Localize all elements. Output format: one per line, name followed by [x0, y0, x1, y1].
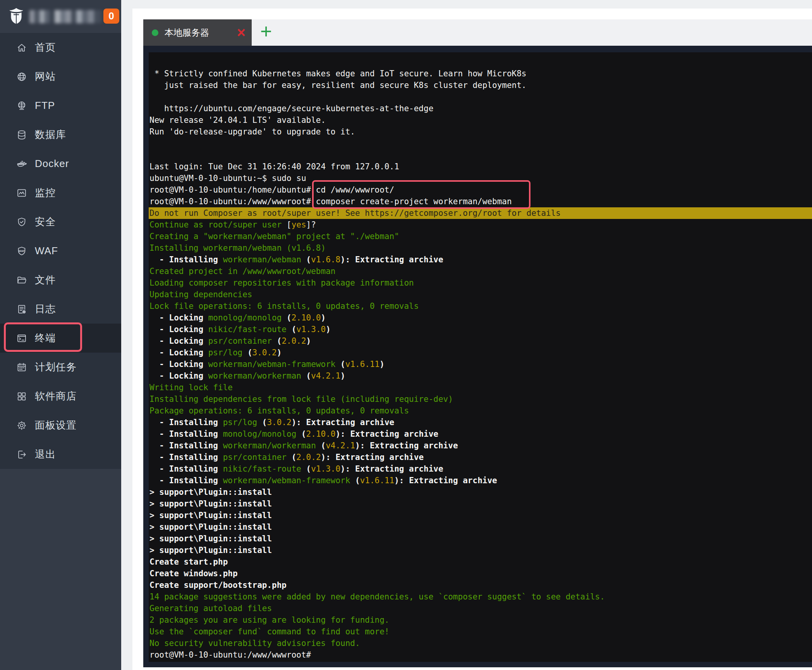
sidebar-item-label: 监控 — [35, 186, 56, 200]
close-tab-icon[interactable]: × — [237, 19, 245, 46]
sidebar-item-label: 文件 — [35, 273, 56, 287]
tab-label: 本地服务器 — [165, 27, 209, 39]
sidebar-item-label: Docker — [35, 158, 69, 170]
sidebar-item-database[interactable]: 数据库 — [0, 120, 121, 149]
sidebar-item-security[interactable]: 安全 — [0, 207, 121, 236]
terminal-line: - Locking nikic/fast-route (v1.3.0) — [149, 324, 812, 335]
terminal-output: * Strictly confined Kubernetes makes edg… — [149, 68, 812, 661]
sidebar-item-waf[interactable]: WAFWAF — [0, 236, 121, 265]
docker-whale-icon — [16, 158, 27, 169]
content-card: 本地服务器 × + * Strictly confined Kubernetes… — [132, 9, 812, 670]
terminal-line: just raised the bar for easy, resilient … — [149, 79, 812, 91]
terminal-line: > support\Plugin::install — [149, 498, 812, 510]
terminal-line: - Installing psr/log (3.0.2): Extracting… — [149, 417, 812, 428]
terminal-line: Installing dependencies from lock file (… — [149, 393, 812, 405]
terminal-line: * Strictly confined Kubernetes makes edg… — [149, 68, 812, 79]
sidebar-item-label: 面板设置 — [35, 419, 77, 432]
terminal-line: Installing workerman/webman (v1.6.8) — [149, 242, 812, 254]
terminal-line: Updating dependencies — [149, 289, 812, 300]
sidebar-item-cron[interactable]: 计划任务 — [0, 353, 121, 382]
terminal-line: Created project in /www/wwwroot/webman — [149, 265, 812, 277]
terminal-line: - Locking monolog/monolog (2.10.0) — [149, 312, 812, 324]
sidebar-item-logout[interactable]: 退出 — [0, 440, 121, 469]
terminal-line: - Installing workerman/webman-framework … — [149, 475, 812, 486]
terminal-line: > support\Plugin::install — [149, 544, 812, 556]
sidebar-item-label: 软件商店 — [35, 389, 77, 403]
terminal-icon — [16, 333, 27, 344]
message-count-badge[interactable]: 0 — [103, 9, 119, 24]
terminal-line: 14 package suggestions were added by new… — [149, 591, 812, 603]
sidebar-item-label: FTP — [35, 100, 55, 112]
terminal-line: ubuntu@VM-0-10-ubuntu:~$ sudo su — [149, 172, 812, 184]
app-grid-icon — [16, 391, 27, 402]
sidebar-item-label: WAF — [35, 245, 58, 257]
home-icon — [16, 42, 27, 53]
database-icon — [16, 129, 27, 140]
shield-check-icon — [16, 217, 27, 227]
terminal-line: Do not run Composer as root/super user! … — [149, 207, 812, 219]
sidebar-item-label: 退出 — [35, 448, 56, 461]
sidebar-item-terminal[interactable]: 终端 — [0, 324, 121, 353]
terminal-line: - Locking psr/log (3.0.2) — [149, 347, 812, 358]
sidebar-item-label: 网站 — [35, 70, 56, 83]
terminal-line: - Installing workerman/webman (v1.6.8): … — [149, 254, 812, 265]
logo-bar: 0 — [0, 0, 121, 33]
sidebar-menu: 首页网站FTP数据库Docker监控安全WAFWAF文件日志终端计划任务软件商店… — [0, 33, 121, 469]
connection-status-dot — [152, 29, 158, 36]
bt-pagoda-logo-icon — [8, 7, 25, 26]
sidebar-item-appstore[interactable]: 软件商店 — [0, 382, 121, 411]
sidebar-item-label: 首页 — [35, 41, 56, 54]
terminal-line: > support\Plugin::install — [149, 486, 812, 498]
terminal-line: Run 'do-release-upgrade' to upgrade to i… — [149, 126, 812, 138]
terminal-line: > support\Plugin::install — [149, 510, 812, 521]
sidebar-item-label: 日志 — [35, 302, 56, 316]
terminal[interactable]: * Strictly confined Kubernetes makes edg… — [149, 52, 812, 662]
log-file-icon — [16, 304, 27, 315]
terminal-line: root@VM-0-10-ubuntu:/home/ubuntu# cd /ww… — [149, 184, 812, 196]
sidebar-item-home[interactable]: 首页 — [0, 33, 121, 62]
terminal-line: Use the `composer fund` command to find … — [149, 626, 812, 637]
sidebar: 0 首页网站FTP数据库Docker监控安全WAFWAF文件日志终端计划任务软件… — [0, 0, 121, 670]
sidebar-item-settings[interactable]: 面板设置 — [0, 411, 121, 440]
terminal-line — [149, 138, 812, 149]
terminal-line: Create windows.php — [149, 568, 812, 579]
sidebar-item-label: 数据库 — [35, 128, 66, 141]
terminal-line: - Installing psr/container (2.0.2): Extr… — [149, 451, 812, 463]
terminal-line: Create support/bootstrap.php — [149, 579, 812, 591]
terminal-line: - Locking workerman/webman-framework (v1… — [149, 358, 812, 370]
folder-icon — [16, 275, 27, 286]
tab-local-server[interactable]: 本地服务器 × — [143, 19, 252, 46]
terminal-line: New release '24.04.1 LTS' available. — [149, 114, 812, 126]
add-tab-icon[interactable]: + — [260, 21, 272, 44]
terminal-line: Writing lock file — [149, 382, 812, 393]
sidebar-item-site[interactable]: 网站 — [0, 62, 121, 91]
main-area: 本地服务器 × + * Strictly confined Kubernetes… — [121, 0, 812, 670]
logout-icon — [16, 449, 27, 460]
terminal-line: Lock file operations: 6 installs, 0 upda… — [149, 300, 812, 312]
gear-icon — [16, 420, 27, 431]
sidebar-item-logs[interactable]: 日志 — [0, 295, 121, 324]
sidebar-item-monitor[interactable]: 监控 — [0, 178, 121, 207]
sidebar-item-label: 终端 — [35, 331, 56, 345]
terminal-line: - Locking workerman/workerman (v4.2.1) — [149, 370, 812, 382]
terminal-line: > support\Plugin::install — [149, 533, 812, 544]
monitor-chart-icon — [16, 188, 27, 198]
sidebar-item-files[interactable]: 文件 — [0, 265, 121, 295]
ftp-globe-icon — [16, 100, 27, 111]
terminal-line: Create start.php — [149, 556, 812, 568]
sidebar-item-ftp[interactable]: FTP — [0, 91, 121, 120]
terminal-line: > support\Plugin::install — [149, 521, 812, 533]
svg-text:WAF: WAF — [19, 250, 25, 252]
shield-waf-icon: WAF — [16, 246, 27, 257]
terminal-line: https://ubuntu.com/engage/secure-kuberne… — [149, 103, 812, 114]
terminal-frame: * Strictly confined Kubernetes makes edg… — [143, 46, 812, 667]
terminal-line — [149, 91, 812, 103]
bt-panel-screen: 0 首页网站FTP数据库Docker监控安全WAFWAF文件日志终端计划任务软件… — [0, 0, 812, 670]
terminal-line: root@VM-0-10-ubuntu:/www/wwwroot# — [149, 649, 812, 661]
server-name-redacted — [29, 10, 101, 23]
terminal-line: Last login: Tue Dec 31 16:26:40 2024 fro… — [149, 161, 812, 172]
terminal-line — [149, 149, 812, 161]
sidebar-item-docker[interactable]: Docker — [0, 149, 121, 178]
terminal-line: - Installing nikic/fast-route (v1.3.0): … — [149, 463, 812, 475]
terminal-line: - Installing workerman/workerman (v4.2.1… — [149, 440, 812, 451]
